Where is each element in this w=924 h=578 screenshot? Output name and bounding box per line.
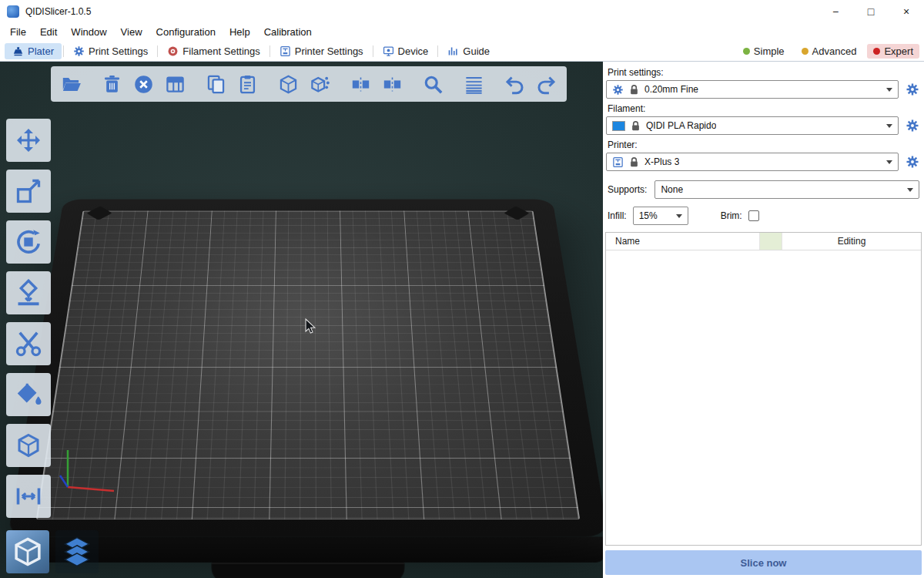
mouse-cursor-icon [302, 318, 319, 334]
preview-view-button[interactable] [55, 530, 99, 573]
tab-device[interactable]: Device [375, 43, 437, 59]
brim-checkbox[interactable] [748, 210, 759, 221]
axis-indicator-icon [45, 412, 129, 496]
close-button[interactable]: × [889, 0, 924, 23]
remove-instance-button[interactable] [306, 69, 334, 99]
menu-configuration[interactable]: Configuration [149, 25, 223, 39]
edit-printer-button[interactable] [904, 153, 921, 171]
device-monitor-icon [383, 45, 394, 57]
undo-button[interactable] [500, 69, 529, 99]
tab-guide[interactable]: Guide [440, 43, 497, 59]
distance-ruler-icon [15, 482, 42, 510]
tab-filament-settings[interactable]: Filament Settings [159, 43, 267, 59]
distance-gizmo-button[interactable] [6, 475, 51, 518]
menu-file[interactable]: File [3, 25, 33, 39]
object-list[interactable]: Name Editing [605, 232, 922, 546]
move-gizmo-button[interactable] [6, 119, 51, 162]
brim-label: Brim: [721, 210, 742, 221]
advanced-mode-dot-icon [802, 48, 808, 55]
cube-instances-icon [310, 74, 330, 95]
menu-edit[interactable]: Edit [33, 25, 64, 39]
place-on-face-button[interactable] [6, 271, 51, 314]
menu-window[interactable]: Window [64, 25, 113, 39]
open-project-button[interactable] [57, 69, 85, 99]
rotate-gizmo-button[interactable] [6, 220, 51, 264]
print-settings-select[interactable]: 0.20mm Fine [606, 80, 899, 99]
filament-select[interactable]: QIDI PLA Rapido [606, 116, 899, 135]
menu-help[interactable]: Help [223, 25, 257, 39]
tab-separator [63, 45, 64, 57]
tabbar: Plater Print Settings Filament Settings … [0, 41, 924, 62]
layer-lines-icon [464, 74, 484, 95]
editor-view-button[interactable] [6, 530, 49, 573]
mode-simple[interactable]: Simple [737, 44, 791, 59]
sidebar: Print settings: 0.20mm Fine Filament: QI… [603, 62, 924, 578]
chevron-down-icon [886, 160, 892, 167]
cube-3d-icon [12, 536, 44, 568]
supports-value: None [661, 184, 683, 195]
infill-value: 15% [639, 210, 658, 221]
app-icon [7, 5, 19, 18]
gear-icon [906, 82, 919, 96]
add-instance-button[interactable] [274, 69, 303, 99]
cube-icon [278, 74, 299, 95]
mode-expert[interactable]: Expert [867, 44, 919, 59]
cut-gizmo-button[interactable] [6, 322, 51, 365]
supports-label: Supports: [608, 184, 647, 195]
tab-plater[interactable]: Plater [5, 43, 62, 59]
circle-x-icon [133, 74, 154, 95]
infill-select[interactable]: 15% [633, 207, 688, 225]
copy-button[interactable] [202, 69, 230, 99]
open-folder-icon [61, 74, 82, 95]
paint-bucket-icon [15, 381, 42, 408]
scale-gizmo-button[interactable] [6, 170, 51, 213]
delete-all-button[interactable] [129, 69, 158, 99]
object-list-body[interactable] [606, 250, 921, 545]
menu-calibration[interactable]: Calibration [257, 25, 319, 39]
lock-icon [628, 156, 640, 168]
supports-select[interactable]: None [654, 180, 919, 199]
gear-icon [612, 84, 624, 96]
slice-now-button[interactable]: Slice now [605, 550, 922, 575]
gear-icon [906, 119, 919, 133]
mode-advanced[interactable]: Advanced [795, 44, 863, 59]
trash-icon [102, 74, 122, 95]
column-header-name: Name [606, 233, 760, 250]
window-controls: − □ × [818, 0, 924, 23]
measure-gizmo-button[interactable] [6, 424, 51, 467]
tab-print-settings-label: Print Settings [89, 45, 148, 57]
edit-filament-button[interactable] [904, 116, 921, 135]
tab-separator [373, 45, 373, 57]
menu-view[interactable]: View [114, 25, 149, 39]
filament-value: QIDI PLA Rapido [646, 120, 716, 131]
viewport-3d[interactable] [0, 62, 603, 578]
filament-spool-icon [167, 45, 179, 57]
minimize-button[interactable]: − [818, 0, 853, 23]
paint-gizmo-button[interactable] [6, 373, 51, 416]
delete-button[interactable] [98, 69, 126, 99]
tab-separator [270, 45, 270, 57]
tab-device-label: Device [398, 45, 429, 57]
split-to-parts-button[interactable] [378, 69, 407, 99]
undo-icon [504, 74, 525, 95]
arrange-button[interactable] [161, 69, 189, 99]
scissors-icon [15, 330, 42, 358]
search-button[interactable] [419, 69, 447, 99]
chevron-down-icon [886, 124, 892, 131]
scale-icon [15, 177, 42, 205]
split-to-objects-button[interactable] [346, 69, 375, 99]
tab-printer-settings[interactable]: Printer Settings [272, 43, 371, 59]
tab-plater-label: Plater [28, 45, 54, 57]
split-parts-icon [382, 74, 403, 95]
arrange-grid-icon [165, 74, 186, 95]
paste-button[interactable] [233, 69, 262, 99]
redo-button[interactable] [532, 69, 561, 99]
maximize-button[interactable]: □ [853, 0, 889, 23]
printer-select[interactable]: X-Plus 3 [606, 153, 899, 171]
tab-print-settings[interactable]: Print Settings [65, 43, 156, 59]
chevron-down-icon [676, 214, 682, 221]
variable-layer-height-button[interactable] [460, 69, 488, 99]
tab-separator [437, 45, 438, 57]
column-header-editing: Editing [782, 233, 921, 250]
edit-print-settings-button[interactable] [904, 80, 921, 99]
